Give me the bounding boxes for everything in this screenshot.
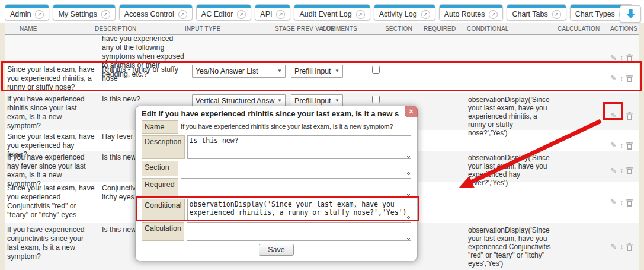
tab-label: Access Control xyxy=(124,10,174,18)
tab-label: My Settings xyxy=(58,10,97,18)
down-arrow-icon xyxy=(626,9,636,19)
comments-checkbox[interactable] xyxy=(372,96,380,103)
edit-pencil-icon[interactable]: ✎ xyxy=(610,166,617,176)
delete-trash-icon[interactable] xyxy=(626,112,633,120)
delete-trash-icon[interactable] xyxy=(626,75,633,82)
cell-conditional xyxy=(466,182,556,223)
comments-checkbox[interactable] xyxy=(372,66,380,74)
cell-description: Rhinitis - runny or stuffy nose xyxy=(100,63,190,94)
tab-api[interactable]: API↗ xyxy=(255,4,290,21)
cell-name: Since your last exam, have you experienc… xyxy=(5,63,100,94)
tab-label: Chart Types xyxy=(575,10,615,18)
open-in-new-icon[interactable]: ↗ xyxy=(552,10,561,19)
tab-label: Admin xyxy=(10,10,31,18)
tab-admin[interactable]: Admin↗ xyxy=(5,4,49,21)
tab-label: Activity Log xyxy=(379,10,417,18)
move-row-icon[interactable]: ↕ xyxy=(620,112,623,120)
close-icon[interactable]: × xyxy=(405,106,418,117)
tab-overflow-button[interactable] xyxy=(620,5,641,23)
table-row: Since your last exam, have you experienc… xyxy=(5,63,639,93)
edit-pencil-icon[interactable]: ✎ xyxy=(610,74,617,83)
move-row-icon[interactable]: ↕ xyxy=(620,141,623,150)
tab-my-settings[interactable]: My Settings↗ xyxy=(53,4,115,21)
column-header-required: REQUIRED xyxy=(424,26,456,32)
field-label-name: Name xyxy=(142,120,178,134)
delete-trash-icon[interactable] xyxy=(626,199,633,207)
open-in-new-icon[interactable]: ↗ xyxy=(35,10,44,19)
column-header-input-type: INPUT TYPE xyxy=(185,26,221,32)
edit-pencil-icon[interactable]: ✎ xyxy=(610,111,617,120)
open-in-new-icon[interactable]: ↗ xyxy=(421,10,430,19)
conditional-textarea[interactable]: observationDisplay('Since your last exam… xyxy=(187,199,411,220)
admin-tab-bar: Admin↗ My Settings↗ Access Control↗ AC E… xyxy=(0,0,644,23)
delete-trash-icon[interactable] xyxy=(626,54,633,62)
calculation-textarea[interactable] xyxy=(187,222,411,241)
cell-conditional: observationDisplay('Since your last exam… xyxy=(466,223,556,270)
edit-question-form: Name If you have experienced rhinitis si… xyxy=(142,120,411,256)
stage-prev-value-select[interactable]: Prefill Input▼ xyxy=(291,65,343,78)
select-arrow-icon: ▼ xyxy=(335,68,339,74)
select-arrow-icon: ▼ xyxy=(277,98,282,104)
column-header-description: DESCRIPTION xyxy=(95,26,137,32)
column-header-section: SECTION xyxy=(385,26,412,32)
edit-question-modal: × Edit If you have experienced rhinitis … xyxy=(135,106,418,261)
table-row: have you experienced any of the followin… xyxy=(5,35,639,63)
open-in-new-icon[interactable]: ↗ xyxy=(101,10,110,19)
save-button[interactable]: Save xyxy=(259,244,294,256)
open-in-new-icon[interactable]: ↗ xyxy=(178,10,187,19)
move-row-icon[interactable]: ↕ xyxy=(620,243,623,252)
input-type-select[interactable]: Yes/No Answer List▼ xyxy=(192,65,286,78)
tab-auto-routes[interactable]: Auto Routes↗ xyxy=(439,4,504,21)
field-label-conditional: Conditional xyxy=(142,199,185,220)
admin-question-editor-page: Admin↗ My Settings↗ Access Control↗ AC E… xyxy=(0,0,644,270)
description-textarea[interactable]: Is this new? xyxy=(187,135,411,159)
field-label-section: Section xyxy=(142,161,178,176)
move-row-icon[interactable]: ↕ xyxy=(620,74,623,83)
open-in-new-icon[interactable]: ↗ xyxy=(489,10,498,19)
tab-label: Audit Event Log xyxy=(299,10,351,18)
select-arrow-icon: ▼ xyxy=(277,68,282,74)
select-arrow-icon: ▼ xyxy=(335,98,339,104)
cell-actions: ✎ ↕ xyxy=(609,63,639,94)
cell-actions: ✎ ↕ xyxy=(609,182,639,223)
tab-activity-log[interactable]: Activity Log↗ xyxy=(374,4,435,21)
move-row-icon[interactable]: ↕ xyxy=(620,198,623,207)
column-header-conditional: CONDITIONAL xyxy=(467,26,509,32)
cell-actions: ✎ ↕ xyxy=(609,223,639,270)
column-header-comments: COMMENTS xyxy=(322,26,357,32)
edit-pencil-icon[interactable]: ✎ xyxy=(610,242,617,252)
edit-pencil-icon[interactable]: ✎ xyxy=(610,53,617,63)
field-label-required: Required xyxy=(142,178,178,197)
tab-ac-editor[interactable]: AC Editor↗ xyxy=(196,4,252,21)
table-header: NAME DESCRIPTION INPUT TYPE STAGE PREV V… xyxy=(5,23,639,35)
tab-label: Chart Tabs xyxy=(512,10,547,18)
cell-name: If you have experienced conjunctivitis s… xyxy=(5,223,100,270)
field-label-description: Description xyxy=(142,135,185,159)
open-in-new-icon[interactable]: ↗ xyxy=(237,10,246,19)
tab-access-control[interactable]: Access Control↗ xyxy=(119,4,193,21)
required-textarea[interactable] xyxy=(181,178,411,197)
tab-chart-tabs[interactable]: Chart Tabs↗ xyxy=(507,4,566,21)
modal-title: Edit If you have experienced rhinitis si… xyxy=(142,109,402,118)
tab-strip: Admin↗ My Settings↗ Access Control↗ AC E… xyxy=(5,4,633,21)
field-label-calculation: Calculation xyxy=(142,222,184,241)
cell-name: Since your last exam, have you experienc… xyxy=(5,182,100,223)
tab-label: API xyxy=(260,10,272,18)
tab-label: AC Editor xyxy=(201,10,233,18)
open-in-new-icon[interactable]: ↗ xyxy=(276,10,285,19)
edit-pencil-icon[interactable]: ✎ xyxy=(610,141,617,150)
section-textarea[interactable] xyxy=(181,161,411,176)
delete-trash-icon[interactable] xyxy=(626,142,633,150)
column-header-calculation: CALCULATION xyxy=(558,26,600,32)
open-in-new-icon[interactable]: ↗ xyxy=(356,10,365,19)
edit-pencil-icon[interactable]: ✎ xyxy=(610,198,617,207)
move-row-icon[interactable]: ↕ xyxy=(620,166,623,175)
column-header-name: NAME xyxy=(20,26,37,32)
delete-trash-icon[interactable] xyxy=(626,243,633,251)
column-header-actions: ACTIONS xyxy=(610,26,637,32)
delete-trash-icon[interactable] xyxy=(626,167,633,174)
cell-conditional xyxy=(466,63,556,94)
tab-audit-event-log[interactable]: Audit Event Log↗ xyxy=(294,4,370,21)
tab-label: Auto Routes xyxy=(444,10,485,18)
move-row-icon[interactable]: ↕ xyxy=(620,53,623,62)
